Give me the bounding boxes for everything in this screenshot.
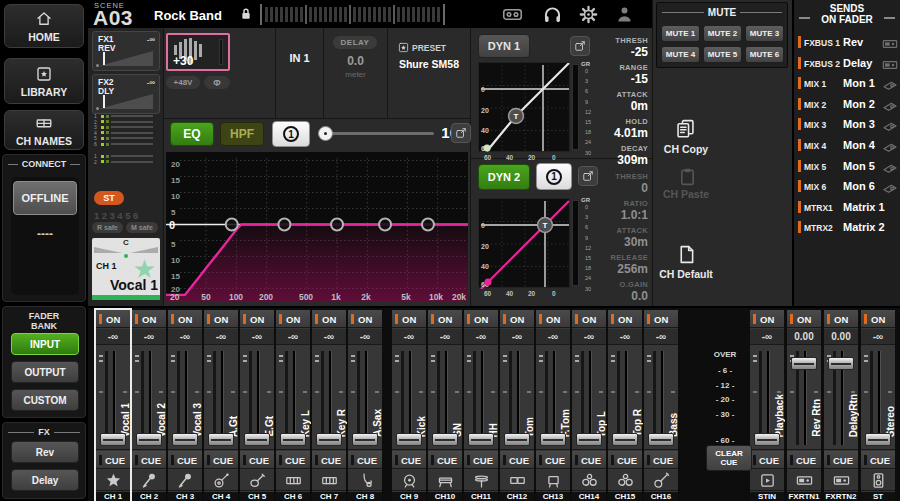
mute-group-5-button[interactable]: MUTE 5: [703, 46, 742, 63]
hpf-frequency-slider[interactable]: [318, 132, 434, 135]
cue-button[interactable]: CUE: [168, 451, 202, 469]
fader-track[interactable]: F.Tom: [536, 346, 570, 450]
eq-band-3-handle[interactable]: [331, 219, 343, 231]
fader-track[interactable]: SN: [428, 346, 462, 450]
fader-cap[interactable]: [468, 433, 494, 446]
cue-button[interactable]: CUE: [312, 451, 346, 469]
input-patch-cell[interactable]: IN 1: [276, 28, 323, 118]
fader-track[interactable]: Vocal 2: [132, 346, 166, 450]
fader-track[interactable]: Tom: [500, 346, 534, 450]
fader-bank-output-button[interactable]: OUTPUT: [11, 361, 79, 383]
channel-on-button[interactable]: ON: [96, 310, 130, 328]
clear-cue-button[interactable]: CLEARCUE: [706, 445, 752, 471]
dyn2-edit-button[interactable]: [578, 166, 598, 186]
scene-block[interactable]: SCENE A03 Rock Band: [92, 0, 252, 28]
channel-on-button[interactable]: ON: [204, 310, 238, 328]
eq-band-selector-button[interactable]: 1: [272, 121, 310, 147]
fader-track[interactable]: E.Gt: [240, 346, 274, 450]
cue-button[interactable]: CUE: [824, 451, 858, 469]
channel-on-button[interactable]: ON: [168, 310, 202, 328]
fader-track[interactable]: Bass: [644, 346, 678, 450]
eq-band-1-handle[interactable]: [226, 219, 238, 231]
strip-stin[interactable]: ON -∞ Playback CUE STIN: [750, 310, 784, 501]
dyn2-on-button[interactable]: DYN 2: [478, 164, 530, 190]
channel-on-button[interactable]: ON: [644, 310, 678, 328]
fx-send-fx2[interactable]: FX2DLY -∞: [92, 74, 160, 114]
fx-send-fx1[interactable]: FX1REV -∞: [92, 31, 160, 71]
cue-button[interactable]: CUE: [240, 451, 274, 469]
dyn1-on-button[interactable]: DYN 1: [478, 34, 530, 58]
cue-button[interactable]: CUE: [572, 451, 606, 469]
strip-ch9[interactable]: ON -∞ Kick CUE CH 9: [392, 310, 426, 501]
fader-track[interactable]: DelayRtn: [824, 346, 858, 450]
channel-on-button[interactable]: ON: [861, 310, 895, 328]
channel-on-button[interactable]: ON: [536, 310, 570, 328]
strip-ch10[interactable]: ON -∞ SN CUE CH10: [428, 310, 462, 501]
cue-button[interactable]: CUE: [204, 451, 238, 469]
eq-band-5-handle[interactable]: [422, 219, 434, 231]
fader-cap[interactable]: [352, 433, 378, 446]
channel-on-button[interactable]: ON: [312, 310, 346, 328]
user-button[interactable]: [614, 4, 635, 25]
send-row-mix5[interactable]: MIX 5 Mon 5: [794, 157, 900, 176]
fader-track[interactable]: HH: [464, 346, 498, 450]
eq-graph[interactable]: 20151050510152020501002005001k2k5k10k20k: [166, 152, 468, 302]
fader-cap[interactable]: [432, 433, 458, 446]
headphones-button[interactable]: [542, 4, 563, 25]
fader-track[interactable]: A.Gt: [204, 346, 238, 450]
fader-cap[interactable]: [865, 433, 891, 446]
send-row-fxbus1[interactable]: FXBUS 1 Rev: [794, 33, 900, 52]
fader-cap[interactable]: [316, 433, 342, 446]
channel-on-button[interactable]: ON: [240, 310, 274, 328]
fader-cap[interactable]: [540, 433, 566, 446]
channel-on-button[interactable]: ON: [500, 310, 534, 328]
send-row-mix4[interactable]: MIX 4 Mon 4: [794, 136, 900, 155]
mute-group-6-button[interactable]: MUTE 6: [745, 46, 784, 63]
fader-cap[interactable]: [396, 433, 422, 446]
strip-ch13[interactable]: ON -∞ F.Tom CUE CH13: [536, 310, 570, 501]
strip-fxrtn1[interactable]: ON 0.00 Rev Rtn CUE FXRTN1: [787, 310, 821, 501]
ch-names-button[interactable]: CH NAMES: [4, 110, 84, 150]
fader-cap[interactable]: [828, 357, 854, 370]
ch-paste-button[interactable]: CH Paste: [653, 166, 719, 200]
st-assign-badge[interactable]: ST: [94, 191, 124, 205]
channel-on-button[interactable]: ON: [824, 310, 858, 328]
fader-cap[interactable]: [504, 433, 530, 446]
fader-cap[interactable]: [208, 433, 234, 446]
dyn1-graph[interactable]: 0204060T: [478, 62, 570, 152]
mute-group-1-button[interactable]: MUTE 1: [661, 25, 700, 42]
fader-track[interactable]: Stereo: [861, 346, 895, 450]
fader-track[interactable]: Rev Rtn: [787, 346, 821, 450]
library-button[interactable]: LIBRARY: [4, 58, 84, 104]
mute-group-4-button[interactable]: MUTE 4: [661, 46, 700, 63]
preset-cell[interactable]: PRESET Shure SM58: [388, 28, 470, 118]
strip-ch11[interactable]: ON -∞ HH CUE CH11: [464, 310, 498, 501]
channel-on-button[interactable]: ON: [464, 310, 498, 328]
cue-button[interactable]: CUE: [644, 451, 678, 469]
fader-track[interactable]: Vocal 3: [168, 346, 202, 450]
channel-on-button[interactable]: ON: [750, 310, 784, 328]
delay-cell[interactable]: DELAY 0.0 meter: [324, 28, 387, 118]
phantom-48v-button[interactable]: +48V: [166, 76, 200, 89]
eq-on-button[interactable]: EQ: [170, 122, 214, 146]
fader-track[interactable]: Vocal 1: [96, 346, 130, 450]
send-row-mix6[interactable]: MIX 6 Mon 6: [794, 177, 900, 196]
fader-track[interactable]: Key L: [276, 346, 310, 450]
send-row-mtrx2[interactable]: MTRX2 Matrix 2: [794, 218, 900, 237]
meter-bridge[interactable]: [260, 4, 445, 25]
fader-cap[interactable]: [136, 433, 162, 446]
channel-on-button[interactable]: ON: [572, 310, 606, 328]
send-row-mix1[interactable]: MIX 1 Mon 1: [794, 74, 900, 93]
fx-rev-button[interactable]: Rev: [11, 441, 79, 463]
fader-bank-input-button[interactable]: INPUT: [11, 333, 79, 355]
channel-nameplate[interactable]: C CH 1 ★ Vocal 1: [92, 238, 160, 300]
strip-ch3[interactable]: ON -∞ Vocal 3 CUE CH 3: [168, 310, 202, 501]
cue-button[interactable]: CUE: [861, 451, 895, 469]
fader-cap[interactable]: [172, 433, 198, 446]
cue-button[interactable]: CUE: [348, 451, 382, 469]
strip-ch16[interactable]: ON -∞ Bass CUE CH16: [644, 310, 678, 501]
hpf-button[interactable]: HPF: [220, 122, 264, 146]
strip-ch15[interactable]: ON -∞ Top R CUE CH15: [608, 310, 642, 501]
fader-cap[interactable]: [244, 433, 270, 446]
fader-track[interactable]: Key R: [312, 346, 346, 450]
